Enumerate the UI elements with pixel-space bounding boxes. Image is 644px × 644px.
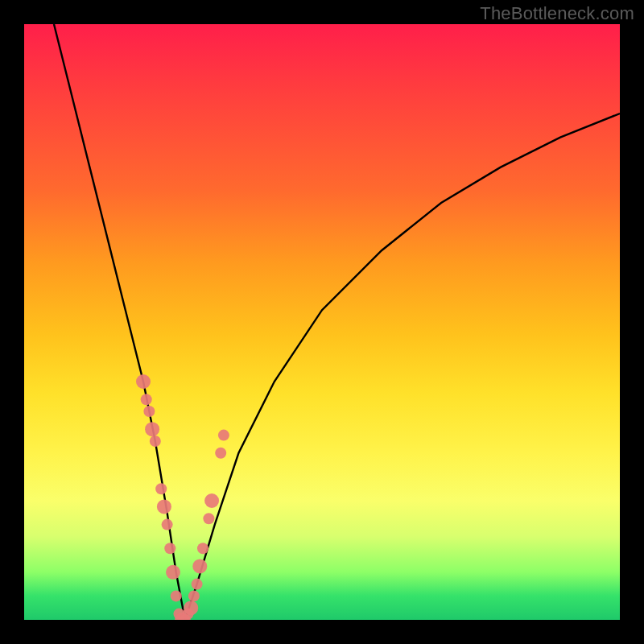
dot bbox=[145, 422, 159, 436]
dot bbox=[218, 430, 229, 441]
dot bbox=[184, 601, 198, 615]
dot bbox=[162, 519, 173, 530]
dot bbox=[136, 374, 151, 389]
dot bbox=[141, 394, 152, 405]
dot bbox=[157, 499, 171, 514]
dot bbox=[197, 543, 208, 554]
salmon-dots-group bbox=[136, 374, 229, 620]
dot bbox=[215, 448, 226, 459]
plot-area bbox=[24, 24, 620, 620]
curve-svg bbox=[24, 24, 620, 620]
dot bbox=[166, 565, 180, 580]
dot bbox=[171, 590, 182, 601]
watermark-text: TheBottleneck.com bbox=[480, 3, 634, 24]
dot bbox=[192, 579, 203, 590]
dot bbox=[188, 590, 200, 601]
dot bbox=[150, 436, 161, 447]
dot bbox=[155, 483, 167, 494]
bottleneck-curve-path bbox=[54, 24, 620, 620]
dot bbox=[203, 513, 214, 524]
dot bbox=[204, 493, 219, 508]
dot bbox=[143, 406, 155, 417]
dot bbox=[164, 543, 175, 554]
chart-frame: TheBottleneck.com bbox=[0, 0, 644, 644]
dot bbox=[192, 559, 207, 573]
